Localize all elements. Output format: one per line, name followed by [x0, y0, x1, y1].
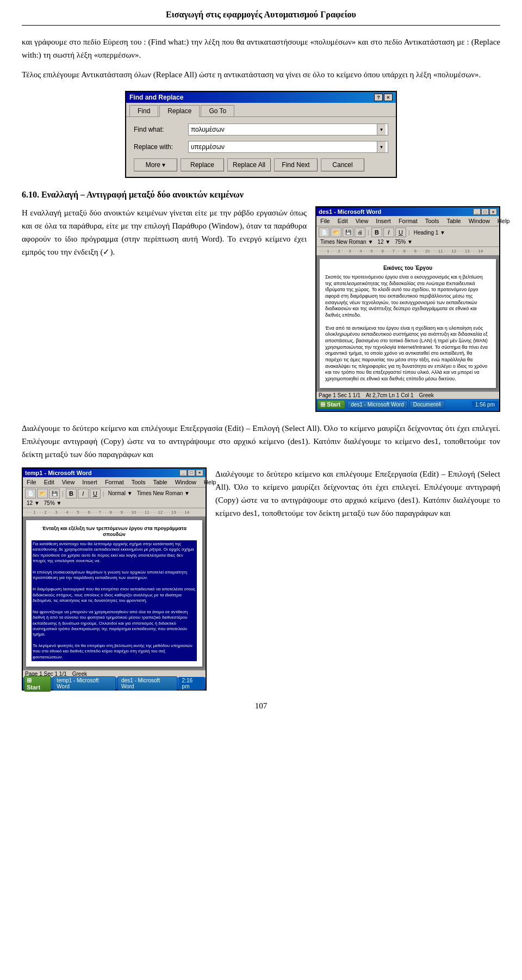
toolbar-new-1[interactable]: 📄	[319, 227, 330, 237]
doc-content-1: Σκοπός του προτεινόμενου έργου είναι ο ε…	[325, 274, 490, 383]
win-titlebar-btns-2: _ □ ×	[179, 470, 203, 476]
start-button-1[interactable]: ⊞ Start	[318, 400, 345, 409]
menu-window-1[interactable]: Window	[467, 217, 492, 225]
find-label: Find what:	[134, 126, 188, 133]
dialog-buttons: More ▾ Replace Replace All Find Next Can…	[134, 158, 388, 171]
start-button-2[interactable]: ⊞ Start	[24, 676, 51, 692]
toolbar-italic-2[interactable]: I	[78, 489, 89, 498]
page-info-1: Page 1 Sec 1 1/1	[319, 392, 361, 398]
win-toolbar-2: 📄 📂 💾 | B I U | Normal ▼ Times New Roman…	[23, 488, 206, 508]
style-box-2[interactable]: Normal ▼	[107, 490, 134, 497]
font-box-1[interactable]: Times New Roman ▼	[319, 238, 375, 245]
menu-format-1[interactable]: Format	[397, 217, 419, 225]
dialog-tab-replace[interactable]: Replace	[159, 105, 200, 117]
cancel-button[interactable]: Cancel	[321, 158, 364, 171]
font-box-2[interactable]: Times New Roman ▼	[135, 490, 191, 497]
menu-view-2[interactable]: View	[60, 478, 77, 486]
replace-all-button[interactable]: Replace All	[227, 158, 271, 171]
toolbar-new-2[interactable]: 📄	[25, 489, 36, 498]
replace-dropdown-arrow[interactable]: ▼	[377, 141, 386, 152]
taskbar-temp1[interactable]: temp1 - Microsoft Word	[53, 676, 116, 691]
win-menubar-2: File Edit View Insert Format Tools Table…	[23, 477, 206, 488]
menu-window-2[interactable]: Window	[173, 478, 198, 486]
toolbar-underline-1[interactable]: U	[395, 227, 406, 237]
diagram-note-content: Διαλέγουμε το δεύτερο κείμενο και επιλέγ…	[22, 424, 500, 459]
section-left-text: Η εναλλαγή μεταξύ δύο ανοικτών κειμένων …	[22, 206, 307, 258]
word-ruler-2: · · · 1 · · · 2 · · · 3 · · · 4 · · · 5 …	[23, 508, 206, 517]
word-window-1: des1 - Microsoft Word _ □ × File Edit Vi…	[315, 206, 500, 412]
win-title-2: temp1 - Microsoft Word	[25, 470, 92, 476]
taskbar-doc4[interactable]: Document4	[409, 400, 445, 409]
toolbar-italic-1[interactable]: I	[383, 227, 394, 237]
menu-tools-2[interactable]: Tools	[130, 478, 147, 486]
menu-table-2[interactable]: Table	[151, 478, 169, 486]
zoom-box-2[interactable]: 75% ▼	[42, 500, 64, 507]
diagram-note-text: Διαλέγουμε το δεύτερο κείμενο και επιλέγ…	[22, 422, 500, 461]
taskbar-des1[interactable]: des1 - Microsoft Word	[347, 400, 408, 409]
replace-button[interactable]: Replace	[181, 158, 224, 171]
find-replace-dialog: Find and Replace ? × Find Replace Go To …	[125, 91, 397, 178]
menu-edit-2[interactable]: Edit	[42, 478, 56, 486]
taskbar-des1-2[interactable]: des1 - Microsoft Word	[117, 676, 177, 691]
taskbar-2: ⊞ Start temp1 - Microsoft Word des1 - Mi…	[23, 677, 206, 689]
find-next-button[interactable]: Find Next	[274, 158, 318, 171]
toolbar-open-1[interactable]: 📂	[331, 227, 341, 237]
menu-help-1[interactable]: Help	[496, 217, 512, 225]
header-title: Εισαγωγή στις εφαρμογές Αυτοματισμού Γρα…	[166, 10, 356, 19]
replace-label: Replace with:	[134, 143, 188, 151]
taskbar-clock-2: 2:16 pm	[179, 677, 204, 690]
word-screenshot-1-container: des1 - Microsoft Word _ □ × File Edit Vi…	[315, 206, 500, 412]
menu-edit-1[interactable]: Edit	[336, 217, 350, 225]
menu-table-1[interactable]: Table	[445, 217, 462, 225]
lang-info-1: Greek	[419, 392, 434, 398]
find-input-wrapper: πολυμέσων ▼	[188, 124, 388, 135]
win-statusbar-1: Page 1 Sec 1 1/1 At 2,7cm Ln 1 Col 1 Gre…	[316, 391, 499, 399]
page-header: Εισαγωγή στις εφαρμογές Αυτοματισμού Γρα…	[22, 0, 500, 26]
toolbar-bold-1[interactable]: B	[371, 227, 382, 237]
win-restore-btn-2[interactable]: □	[188, 470, 195, 476]
style-box-1[interactable]: Heading 1 ▼	[412, 229, 447, 236]
toolbar-print-1[interactable]: 🖨	[355, 227, 365, 237]
doc-content-2: Ένταξη και εξέλιξη των τρεπτόμενων έργου…	[32, 526, 197, 662]
toolbar-open-2[interactable]: 📂	[37, 489, 48, 498]
word-page-1: Εικόνες του Έργου Σκοπός του προτεινόμεν…	[320, 259, 496, 388]
dialog-tab-goto[interactable]: Go To	[201, 105, 234, 116]
win-minimize-btn-1[interactable]: _	[473, 208, 481, 215]
zoom-box-1[interactable]: 75% ▼	[393, 238, 414, 245]
toolbar-underline-2[interactable]: U	[90, 489, 101, 498]
win-title-1: des1 - Microsoft Word	[319, 208, 381, 215]
dialog-close-btn[interactable]: ×	[384, 94, 393, 101]
size-box-2[interactable]: 12 ▼	[25, 500, 41, 507]
menu-format-2[interactable]: Format	[103, 478, 126, 486]
win-close-btn-1[interactable]: ×	[489, 208, 497, 215]
more-button[interactable]: More ▾	[134, 158, 177, 171]
find-dropdown-arrow[interactable]: ▼	[377, 124, 386, 135]
bottom-right-paragraph: Διαλέγουμε το δεύτερο κείμενο και επιλέγ…	[215, 467, 500, 520]
word-doc-area-1: Εικόνες του Έργου Σκοπός του προτεινόμεν…	[316, 256, 499, 391]
menu-insert-2[interactable]: Insert	[80, 478, 99, 486]
toolbar-save-2[interactable]: 💾	[49, 489, 60, 498]
win-titlebar-btns-1: _ □ ×	[473, 208, 497, 215]
menu-file-2[interactable]: File	[25, 478, 38, 486]
replace-input-wrapper: υπερμέσων ▼	[188, 141, 388, 153]
toolbar-bold-2[interactable]: B	[66, 489, 77, 498]
replace-field-row: Replace with: υπερμέσων ▼	[134, 141, 388, 153]
menu-view-1[interactable]: View	[354, 217, 370, 225]
win-minimize-btn-2[interactable]: _	[179, 470, 187, 476]
win-restore-btn-1[interactable]: □	[481, 208, 489, 215]
size-box-1[interactable]: 12 ▼	[376, 238, 392, 245]
menu-tools-1[interactable]: Tools	[424, 217, 441, 225]
page-number: 107	[22, 701, 500, 711]
win-close-btn-2[interactable]: ×	[196, 470, 203, 476]
toolbar-save-1[interactable]: 💾	[343, 227, 353, 237]
replace-input-display[interactable]: υπερμέσων ▼	[188, 141, 388, 153]
dialog-help-btn[interactable]: ?	[374, 94, 383, 101]
menu-file-1[interactable]: File	[319, 217, 332, 225]
bottom-right-text: Διαλέγουμε το δεύτερο κείμενο και επιλέγ…	[215, 467, 500, 691]
section-heading: 6.10. Εναλλαγή – Αντιγραφή μεταξύ δύο αν…	[22, 190, 500, 200]
dialog-tab-find[interactable]: Find	[129, 105, 158, 116]
word-doc-area-2: Ένταξη και εξέλιξη των τρεπτόμενων έργου…	[23, 517, 206, 670]
dialog-body: Find what: πολυμέσων ▼ Replace with: υπε…	[126, 117, 396, 177]
find-input-display[interactable]: πολυμέσων ▼	[188, 124, 388, 135]
menu-insert-1[interactable]: Insert	[374, 217, 393, 225]
